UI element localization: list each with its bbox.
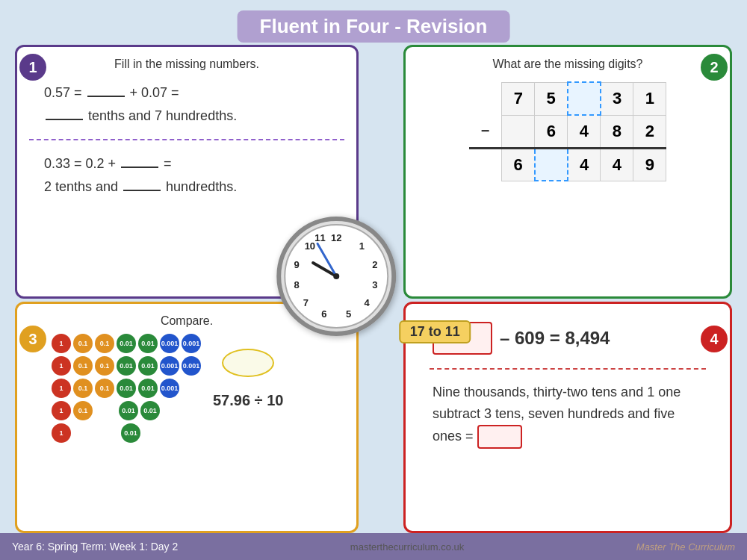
cell-9: 9 xyxy=(633,148,666,181)
cell-empty xyxy=(502,115,535,148)
clock-face: 12 1 2 3 4 5 6 7 8 9 10 11 xyxy=(276,217,396,336)
q4-text: Nine thousands, thirty-two tens and 1 on… xyxy=(433,385,681,443)
dot-01g: 0.1 xyxy=(73,401,93,420)
bottom-left-text: Year 6: Spring Term: Week 1: Day 2 xyxy=(12,541,178,553)
q4-blank-box-2[interactable] xyxy=(477,425,522,449)
table-row-2: − 6 4 8 2 xyxy=(469,115,666,148)
clock-inner: 12 1 2 3 4 5 6 7 8 9 10 11 xyxy=(284,224,388,329)
dot-01b: 0.1 xyxy=(95,334,114,353)
q1-line1b: tenths and 7 hundredths. xyxy=(44,105,344,128)
clock-num-2: 2 xyxy=(372,258,377,270)
dot-001c: 0.01 xyxy=(117,356,136,376)
title-bar: Fluent in Four - Revision xyxy=(238,10,510,43)
dot-row-1: 1 0.1 0.1 0.01 0.01 0.001 0.001 xyxy=(52,334,201,353)
dot-grid: 1 0.1 0.1 0.01 0.01 0.001 0.001 1 0.1 0.… xyxy=(52,334,201,443)
q2-instruction: What are the missing digits? xyxy=(418,57,718,71)
op-cell-2: − xyxy=(469,115,502,148)
clock-num-7: 7 xyxy=(303,297,309,308)
q4-equation-text: – 609 = 8,494 xyxy=(500,328,610,349)
cell-8: 8 xyxy=(601,115,633,148)
clock-num-9: 9 xyxy=(294,258,300,270)
q1-blank2[interactable] xyxy=(46,119,83,120)
dot-001h: 0.01 xyxy=(140,401,160,420)
clock-center xyxy=(333,273,339,279)
badge-1: 1 xyxy=(19,54,46,81)
dot-2b: 1 xyxy=(52,379,71,398)
dot-2d: 1 xyxy=(52,423,71,443)
clock-num-5: 5 xyxy=(346,308,351,320)
q1-line2b: 2 tenths and hundredths. xyxy=(44,175,344,199)
badge-3: 3 xyxy=(19,326,46,352)
dot-row-3: 1 0.1 0.1 0.01 0.01 0.001 xyxy=(52,379,201,398)
clock-num-4: 4 xyxy=(364,297,369,308)
dot-01d: 0.1 xyxy=(95,356,114,376)
q3-math: 57.96 ÷ 10 xyxy=(213,392,283,409)
q3-oval-blank[interactable] xyxy=(222,349,274,377)
cell-1: 1 xyxy=(633,82,666,115)
dot-001a: 0.01 xyxy=(117,334,136,353)
table-row-1: 7 5 3 1 xyxy=(469,82,666,115)
q4-bottom: Nine thousands, thirty-two tens and 1 on… xyxy=(418,376,718,455)
clock-num-11: 11 xyxy=(314,232,325,243)
cell-6: 6 xyxy=(535,115,568,148)
bottom-right-text: Master The Curriculum xyxy=(636,541,735,553)
dot-1: 1 xyxy=(52,334,71,353)
dot-001f: 0.01 xyxy=(138,379,158,398)
table-row-3: 6 4 4 9 xyxy=(469,148,666,181)
dot-2c: 1 xyxy=(52,401,71,420)
dot-0001b: 0.001 xyxy=(182,334,201,353)
cell-4c: 4 xyxy=(601,148,633,181)
clock-num-8: 8 xyxy=(294,279,300,290)
cell-blank2[interactable] xyxy=(535,148,568,181)
q1-math-block2: 0.33 = 0.2 + = 2 tenths and hundredths. xyxy=(29,152,344,198)
q1-blank1[interactable] xyxy=(87,96,125,97)
subtraction-table: 7 5 3 1 − 6 4 8 2 6 4 4 9 xyxy=(469,81,667,181)
dot-001d: 0.01 xyxy=(138,356,158,376)
cell-7: 7 xyxy=(502,82,535,115)
dot-001g: 0.01 xyxy=(119,401,138,420)
clock-num-3: 3 xyxy=(372,279,377,290)
clock-num-6: 6 xyxy=(321,308,326,320)
clock-num-12: 12 xyxy=(331,232,341,243)
dot-0001d: 0.001 xyxy=(182,356,201,376)
badge-2: 2 xyxy=(701,54,728,81)
q1-line1a: 0.57 = + 0.07 = xyxy=(44,81,344,105)
dot-01c: 0.1 xyxy=(73,356,93,376)
clock-num-1: 1 xyxy=(359,240,365,252)
dot-2a: 1 xyxy=(52,356,71,376)
clock-num-10: 10 xyxy=(305,240,315,252)
dot-01f: 0.1 xyxy=(95,379,114,398)
q1-blank3[interactable] xyxy=(121,167,158,168)
cell-blank1[interactable] xyxy=(568,82,601,115)
q1-math-block: 0.57 = + 0.07 = tenths and 7 hundredths. xyxy=(29,81,344,127)
op-cell-3 xyxy=(469,148,502,181)
q1-blank4[interactable] xyxy=(123,190,161,191)
cell-5: 5 xyxy=(535,82,568,115)
dot-0001a: 0.001 xyxy=(160,334,179,353)
q1-instruction: Fill in the missing numbers. xyxy=(29,57,344,71)
dot-01a: 0.1 xyxy=(73,334,93,353)
dot-001b: 0.01 xyxy=(138,334,158,353)
q1-line2a: 0.33 = 0.2 + = xyxy=(44,152,344,175)
q3-right: 57.96 ÷ 10 xyxy=(213,334,283,409)
bottom-center-text: masterthecurriculum.co.uk xyxy=(350,541,464,553)
clock-container: 12 1 2 3 4 5 6 7 8 9 10 11 17 to 11 xyxy=(276,217,471,343)
dot-row-2: 1 0.1 0.1 0.01 0.01 0.001 0.001 xyxy=(52,356,201,376)
cell-4b: 4 xyxy=(568,148,601,181)
cell-4: 4 xyxy=(568,115,601,148)
dot-0001e: 0.001 xyxy=(160,379,179,398)
cell-6b: 6 xyxy=(502,148,535,181)
clock-label: 17 to 11 xyxy=(400,320,471,343)
dot-0001c: 0.001 xyxy=(160,356,179,376)
dot-row-5: 1 0.01 xyxy=(52,423,201,443)
dot-001i: 0.01 xyxy=(121,423,140,443)
q3-body: 1 0.1 0.1 0.01 0.01 0.001 0.001 1 0.1 0.… xyxy=(29,334,344,443)
q4-divider xyxy=(430,368,706,370)
badge-4: 4 xyxy=(701,326,728,352)
dot-row-4: 1 0.1 0.01 0.01 xyxy=(52,401,201,420)
dot-001e: 0.01 xyxy=(117,379,136,398)
cell-3: 3 xyxy=(601,82,633,115)
page-title: Fluent in Four - Revision xyxy=(260,15,488,38)
q1-divider xyxy=(29,139,344,140)
cell-2: 2 xyxy=(633,115,666,148)
